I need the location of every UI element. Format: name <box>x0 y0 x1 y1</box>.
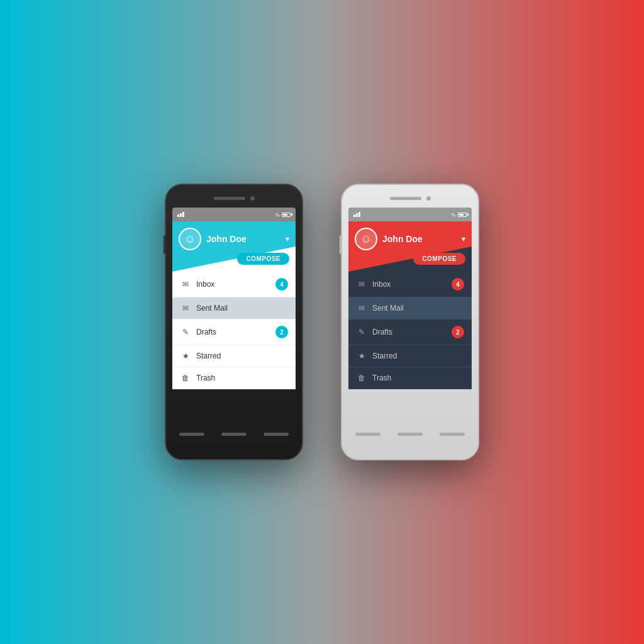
drafts-badge-black: 2 <box>275 326 288 338</box>
camera-black <box>250 196 255 201</box>
menu-item-starred-white[interactable]: ★ Starred <box>348 345 472 367</box>
menu-item-drafts-black[interactable]: ✎ Drafts 2 <box>172 319 296 345</box>
speaker-white <box>390 197 421 200</box>
avatar-black: ☺ <box>179 228 201 250</box>
bar3 <box>182 212 184 217</box>
nav-btn-center-white <box>397 433 423 436</box>
wifi-icon-black: ∿ <box>275 211 280 218</box>
compose-button-black[interactable]: COMPOSE <box>237 253 289 265</box>
starred-label-white: Starred <box>372 352 464 360</box>
sent-icon-white: ✉ <box>356 304 367 313</box>
status-bar-white: ∿ <box>348 208 472 221</box>
phone-bottom-white <box>347 433 473 436</box>
menu-item-inbox-white[interactable]: ✉ Inbox 4 <box>348 272 472 297</box>
phones-container: ∿ ☺ John Doe ▾ COMPOSE <box>165 184 479 460</box>
trash-label-black: Trash <box>196 374 288 382</box>
drafts-icon-black: ✎ <box>180 328 191 336</box>
screen-white: ∿ ☺ John Doe ▾ COMPOSE <box>348 208 472 428</box>
compose-area-white: COMPOSE <box>348 253 472 265</box>
phone-white: ∿ ☺ John Doe ▾ COMPOSE <box>341 184 479 460</box>
chevron-white: ▾ <box>462 235 465 243</box>
battery-icon-black <box>282 213 291 217</box>
menu-item-sent-white[interactable]: ✉ Sent Mail <box>348 297 472 319</box>
inbox-label-white: Inbox <box>372 280 452 289</box>
nav-btn-right-black <box>264 433 289 436</box>
signal-bars-black <box>177 212 184 217</box>
drafts-badge-white: 2 <box>452 326 464 338</box>
drafts-icon-white: ✎ <box>356 328 367 336</box>
inbox-icon-black: ✉ <box>180 280 191 289</box>
menu-item-sent-black[interactable]: ✉ Sent Mail <box>172 297 296 319</box>
starred-icon-white: ★ <box>356 352 367 360</box>
menu-item-starred-black[interactable]: ★ Starred <box>172 345 296 367</box>
right-icons-black: ∿ <box>275 211 291 218</box>
inbox-badge-black: 4 <box>275 278 288 291</box>
nav-btn-center-black <box>221 433 247 436</box>
wifi-icon-white: ∿ <box>451 211 456 218</box>
menu-item-drafts-white[interactable]: ✎ Drafts 2 <box>348 319 472 345</box>
phone-bottom-black <box>171 433 297 436</box>
bar2w <box>356 213 358 217</box>
screen-black: ∿ ☺ John Doe ▾ COMPOSE <box>172 208 296 428</box>
status-bar-black: ∿ <box>172 208 296 221</box>
speaker-black <box>214 197 245 200</box>
menu-item-inbox-black[interactable]: ✉ Inbox 4 <box>172 272 296 297</box>
inbox-icon-white: ✉ <box>356 280 367 289</box>
nav-btn-left-white <box>355 433 380 436</box>
user-name-black: John Doe <box>206 234 283 244</box>
signal-bars-white <box>353 212 360 217</box>
avatar-icon-white: ☺ <box>360 233 372 246</box>
inbox-label-black: Inbox <box>196 280 275 289</box>
inbox-badge-white: 4 <box>452 278 464 291</box>
battery-icon-white <box>458 213 467 217</box>
chevron-black: ▾ <box>286 235 289 243</box>
bar1 <box>177 214 179 217</box>
sent-icon-black: ✉ <box>180 304 191 313</box>
signal-area-white <box>353 212 360 217</box>
trash-icon-black: 🗑 <box>180 374 191 382</box>
drafts-label-black: Drafts <box>196 328 275 336</box>
app-header-black: ☺ John Doe ▾ COMPOSE <box>172 221 296 272</box>
bar1w <box>353 214 355 217</box>
compose-area-black: COMPOSE <box>172 253 296 265</box>
phone-top-black <box>171 192 297 204</box>
header-content-black: ☺ John Doe ▾ <box>172 221 296 250</box>
app-header-white: ☺ John Doe ▾ COMPOSE <box>348 221 472 272</box>
starred-label-black: Starred <box>196 352 288 360</box>
compose-button-white[interactable]: COMPOSE <box>413 253 465 265</box>
user-name-white: John Doe <box>382 234 459 244</box>
trash-label-white: Trash <box>372 374 464 382</box>
drafts-label-white: Drafts <box>372 328 452 336</box>
header-content-white: ☺ John Doe ▾ <box>348 221 472 250</box>
starred-icon-black: ★ <box>180 352 191 360</box>
nav-btn-left-black <box>179 433 204 436</box>
trash-icon-white: 🗑 <box>356 374 367 382</box>
camera-white <box>426 196 431 201</box>
avatar-icon-black: ☺ <box>184 233 196 246</box>
menu-item-trash-black[interactable]: 🗑 Trash <box>172 367 296 389</box>
sent-label-black: Sent Mail <box>196 304 288 313</box>
sent-label-white: Sent Mail <box>372 304 464 313</box>
right-icons-white: ∿ <box>451 211 467 218</box>
menu-list-white: ✉ Inbox 4 ✉ Sent Mail ✎ Drafts 2 ★ <box>348 272 472 389</box>
battery-fill-white <box>459 214 464 216</box>
phone-top-white <box>347 192 473 204</box>
signal-area-black <box>177 212 184 217</box>
menu-item-trash-white[interactable]: 🗑 Trash <box>348 367 472 389</box>
bar2 <box>180 213 182 217</box>
menu-list-black: ✉ Inbox 4 ✉ Sent Mail ✎ Drafts 2 ★ <box>172 272 296 389</box>
phone-black: ∿ ☺ John Doe ▾ COMPOSE <box>165 184 303 460</box>
avatar-white: ☺ <box>355 228 377 250</box>
battery-fill-black <box>283 214 287 216</box>
bar3w <box>358 212 360 217</box>
nav-btn-right-white <box>440 433 465 436</box>
